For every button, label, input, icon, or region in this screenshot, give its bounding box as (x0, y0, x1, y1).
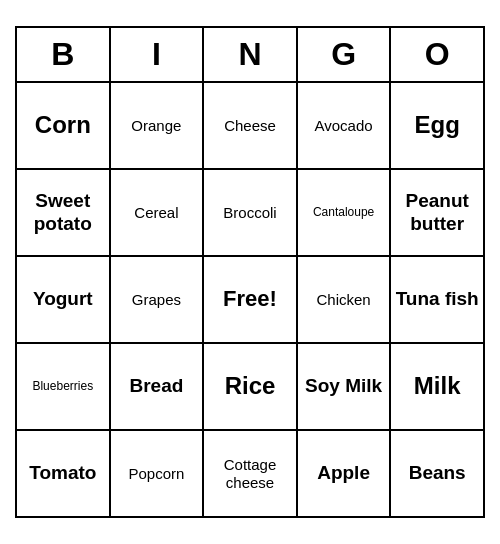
bingo-row-1: Sweet potatoCerealBroccoliCantaloupePean… (17, 170, 483, 257)
bingo-header: BINGO (17, 28, 483, 83)
bingo-cell-4-4: Beans (391, 431, 483, 516)
bingo-cell-1-1: Cereal (111, 170, 205, 255)
bingo-cell-0-0: Corn (17, 83, 111, 168)
bingo-cell-3-2: Rice (204, 344, 298, 429)
header-letter-o: O (391, 28, 483, 81)
bingo-row-3: BlueberriesBreadRiceSoy MilkMilk (17, 344, 483, 431)
bingo-cell-1-2: Broccoli (204, 170, 298, 255)
bingo-cell-3-1: Bread (111, 344, 205, 429)
header-letter-g: G (298, 28, 392, 81)
bingo-cell-3-3: Soy Milk (298, 344, 392, 429)
bingo-cell-0-1: Orange (111, 83, 205, 168)
bingo-cell-3-0: Blueberries (17, 344, 111, 429)
bingo-cell-2-3: Chicken (298, 257, 392, 342)
bingo-card: BINGO CornOrangeCheeseAvocadoEggSweet po… (15, 26, 485, 518)
bingo-cell-0-2: Cheese (204, 83, 298, 168)
bingo-cell-1-3: Cantaloupe (298, 170, 392, 255)
header-letter-i: I (111, 28, 205, 81)
bingo-grid: CornOrangeCheeseAvocadoEggSweet potatoCe… (17, 83, 483, 516)
bingo-cell-4-1: Popcorn (111, 431, 205, 516)
bingo-cell-3-4: Milk (391, 344, 483, 429)
bingo-cell-4-2: Cottage cheese (204, 431, 298, 516)
bingo-cell-4-0: Tomato (17, 431, 111, 516)
bingo-cell-1-4: Peanut butter (391, 170, 483, 255)
bingo-row-4: TomatoPopcornCottage cheeseAppleBeans (17, 431, 483, 516)
bingo-cell-2-4: Tuna fish (391, 257, 483, 342)
header-letter-n: N (204, 28, 298, 81)
bingo-row-2: YogurtGrapesFree!ChickenTuna fish (17, 257, 483, 344)
bingo-cell-4-3: Apple (298, 431, 392, 516)
bingo-cell-2-2: Free! (204, 257, 298, 342)
bingo-cell-2-0: Yogurt (17, 257, 111, 342)
bingo-cell-1-0: Sweet potato (17, 170, 111, 255)
bingo-cell-0-3: Avocado (298, 83, 392, 168)
bingo-row-0: CornOrangeCheeseAvocadoEgg (17, 83, 483, 170)
header-letter-b: B (17, 28, 111, 81)
bingo-cell-0-4: Egg (391, 83, 483, 168)
bingo-cell-2-1: Grapes (111, 257, 205, 342)
